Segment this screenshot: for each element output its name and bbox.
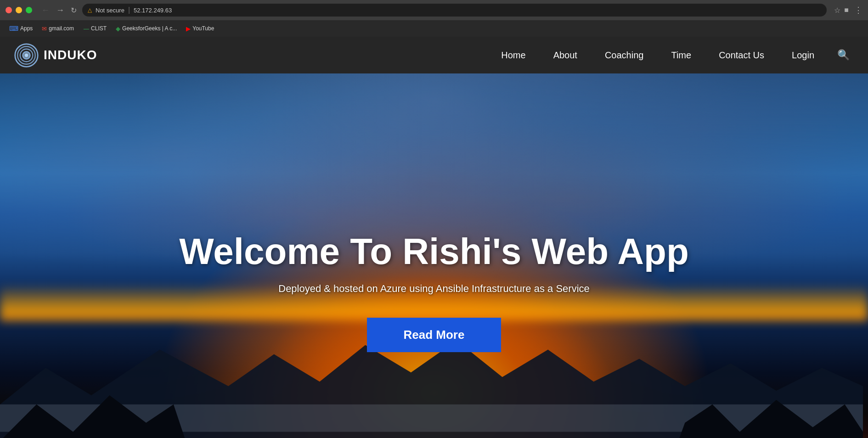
back-button[interactable]: ← — [39, 6, 51, 15]
address-url: 52.172.249.63 — [134, 7, 172, 14]
bookmarks-bar: ⌨ Apps ✉ gmail.com ⸻ CLIST ◆ GeeksforGee… — [0, 20, 868, 37]
apps-icon: ⌨ — [9, 25, 18, 32]
bookmark-yt-label: YouTube — [192, 25, 214, 32]
browser-menu-icon[interactable]: ⋮ — [854, 5, 862, 15]
logo-text: INDUKO — [44, 48, 97, 62]
logo-area[interactable]: INDUKO — [14, 43, 97, 68]
gmail-icon: ✉ — [42, 25, 47, 32]
bookmark-gfg[interactable]: ◆ GeeksforGeeks | A c... — [112, 23, 180, 34]
security-warning-icon: △ — [88, 7, 92, 13]
security-text: Not secure — [96, 7, 124, 14]
nav-links: Home About Coaching Time Contact Us Logi… — [487, 37, 854, 73]
nav-coaching[interactable]: Coaching — [591, 37, 658, 73]
svg-point-4 — [25, 53, 28, 56]
forward-button[interactable]: → — [54, 6, 66, 15]
nav-contact[interactable]: Contact Us — [705, 37, 778, 73]
address-bar[interactable]: △ Not secure | 52.172.249.63 — [82, 4, 827, 17]
hero-subtitle: Deployed & hosted on Azure using Ansible… — [179, 283, 689, 295]
bookmark-star-icon[interactable]: ☆ — [834, 6, 840, 15]
hero-title: Welcome To Rishi's Web App — [179, 231, 689, 272]
clist-icon: ⸻ — [83, 25, 89, 32]
nav-arrows: ← → ↻ — [39, 6, 79, 15]
hero-content: Welcome To Rishi's Web App Deployed & ho… — [161, 231, 707, 352]
bookmark-gmail-label: gmail.com — [49, 25, 74, 32]
bookmark-gfg-label: GeeksforGeeks | A c... — [122, 25, 177, 32]
maximize-button[interactable] — [26, 7, 32, 13]
logo-icon — [14, 43, 39, 68]
extensions-icon[interactable]: ■ — [844, 6, 849, 14]
address-separator: | — [128, 6, 130, 14]
hero-section: Welcome To Rishi's Web App Deployed & ho… — [0, 73, 868, 438]
bookmark-gmail[interactable]: ✉ gmail.com — [38, 23, 78, 34]
browser-chrome: ← → ↻ △ Not secure | 52.172.249.63 ☆ ■ ⋮… — [0, 0, 868, 37]
website: INDUKO Home About Coaching Time Contact … — [0, 37, 868, 438]
reload-button[interactable]: ↻ — [69, 6, 79, 15]
read-more-button[interactable]: Read More — [367, 318, 502, 352]
bookmark-apps[interactable]: ⌨ Apps — [6, 23, 36, 34]
nav-home[interactable]: Home — [487, 37, 539, 73]
navbar: INDUKO Home About Coaching Time Contact … — [0, 37, 868, 73]
minimize-button[interactable] — [16, 7, 22, 13]
bookmark-apps-label: Apps — [20, 25, 33, 32]
browser-titlebar: ← → ↻ △ Not secure | 52.172.249.63 ☆ ■ ⋮ — [0, 0, 868, 20]
nav-login[interactable]: Login — [778, 37, 828, 73]
bookmark-clist[interactable]: ⸻ CLIST — [79, 23, 110, 34]
gfg-icon: ◆ — [116, 25, 120, 32]
nav-about[interactable]: About — [540, 37, 591, 73]
nav-time[interactable]: Time — [657, 37, 705, 73]
youtube-icon: ▶ — [186, 25, 191, 32]
close-button[interactable] — [6, 7, 12, 13]
search-icon[interactable]: 🔍 — [833, 47, 854, 63]
bookmark-clist-label: CLIST — [91, 25, 107, 32]
bookmark-yt[interactable]: ▶ YouTube — [182, 23, 218, 34]
